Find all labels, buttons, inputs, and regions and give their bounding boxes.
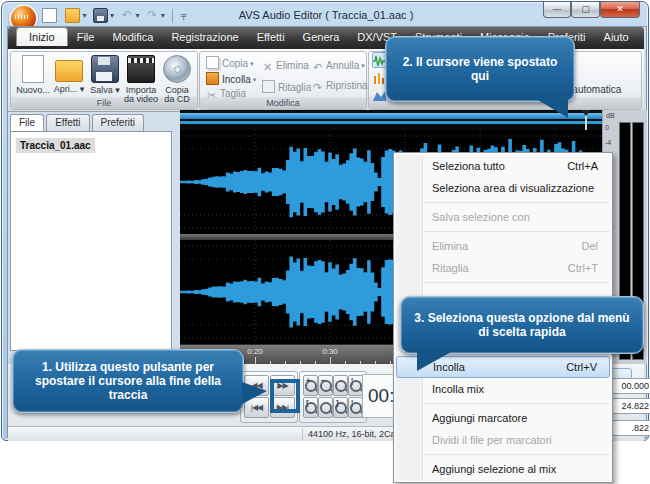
open-folder-icon xyxy=(55,60,83,82)
screenshot-root: ▾ ▾ ↶▾ ↷▾ ╤ AVS Audio Editor ( Traccia_0… xyxy=(0,0,650,484)
db-tick-label: 0 xyxy=(605,124,609,131)
menu-item-seleziona-area-di-visualizzazione[interactable]: Seleziona area di visualizzazione xyxy=(396,177,610,199)
left-panel-tabs: FileEffettiPreferiti xyxy=(10,114,146,131)
ribbon-group-modifica: Modifica Copia ▾Incolla ▾✂Taglia✕Elimina… xyxy=(199,51,367,110)
ribbon-tab-genera[interactable]: Genera xyxy=(294,27,349,46)
zoom-scale-button[interactable] xyxy=(333,375,348,396)
close-button[interactable]: ✕ xyxy=(600,2,640,18)
menu-separator xyxy=(424,202,610,203)
paste-icon xyxy=(206,72,219,85)
zoom-out-small-button[interactable] xyxy=(318,397,333,418)
highlight-square-annotation xyxy=(270,379,300,413)
menu-item-incolla-mix[interactable]: Incolla mix xyxy=(396,378,610,400)
undo-icon: ↶ xyxy=(312,62,323,73)
minimize-button[interactable]: — xyxy=(543,2,571,18)
import-video-icon xyxy=(127,55,155,83)
file-list-panel: Traccia_01.aac xyxy=(10,131,172,351)
dropdown-arrow-icon[interactable]: ▾ xyxy=(248,60,253,67)
menu-separator xyxy=(424,454,610,455)
zoom-selection-button[interactable]: [ xyxy=(303,397,318,418)
menu-shortcut: Del xyxy=(581,235,598,257)
magnifier-mark: ¦ xyxy=(351,377,353,385)
button-label: Salva ▾ xyxy=(87,86,123,95)
apri----button[interactable]: Apri... ▾ xyxy=(51,55,87,94)
menu-item-salva-selezione-con[interactable]: Salva selezione con xyxy=(396,206,610,228)
callout-step3-tail xyxy=(417,352,451,371)
playback-cursor[interactable] xyxy=(585,110,587,130)
zoom-full-button[interactable]: ] xyxy=(333,397,348,418)
overview-wave-strip2 xyxy=(180,121,602,124)
incolla-button[interactable]: Incolla ▾ xyxy=(206,72,256,87)
ruler-label: 0:20 xyxy=(247,347,263,356)
zoom-out-button[interactable]: − xyxy=(318,375,333,396)
menu-separator xyxy=(424,231,610,232)
zoom-vertical-button[interactable]: ¦ xyxy=(348,397,363,418)
menu-item-seleziona-tutto[interactable]: Seleziona tuttoCtrl+A xyxy=(396,155,610,177)
menu-item-ritaglia[interactable]: RitagliaCtrl+T xyxy=(396,257,610,279)
menu-item-dividi-il-file-per-marcatori[interactable]: Dividi il file per marcatori xyxy=(396,429,610,451)
db-tick-label: -4 xyxy=(605,139,611,146)
copy-cd-icon xyxy=(163,55,191,83)
window-controls: —▢✕ xyxy=(543,2,640,19)
ribbon-tab-registrazione[interactable]: Registrazione xyxy=(162,27,247,46)
redo-icon: ↷ xyxy=(312,82,323,93)
menu-item-aggiungi-marcatore[interactable]: Aggiungi marcatore xyxy=(396,407,610,429)
file-list-item[interactable]: Traccia_01.aac xyxy=(16,138,95,153)
ripristina-button[interactable]: ↷Ripristina ▾ xyxy=(312,80,373,95)
zoom-horizontal-button[interactable]: ¦ xyxy=(348,375,363,396)
copia-da-cd-button[interactable]: Copia da CD xyxy=(159,55,195,104)
copy-icon xyxy=(206,56,219,69)
callout-step2-tail xyxy=(538,100,568,118)
ribbon-tab-aiuto[interactable]: Aiuto xyxy=(595,27,638,46)
salva-button[interactable]: Salva ▾ xyxy=(87,55,123,95)
menu-item-elimina[interactable]: EliminaDel xyxy=(396,235,610,257)
menu-item-aggiungi-selezione-al-mix[interactable]: Aggiungi selezione al mix xyxy=(396,458,610,480)
importa-da-video-button[interactable]: Importa da video xyxy=(123,55,159,104)
menu-shortcut: Ctrl+A xyxy=(567,155,598,177)
magnifier-mark: [ xyxy=(306,399,309,407)
magnifier-icon xyxy=(335,380,347,392)
ribbon-tab-inizio[interactable]: Inizio xyxy=(16,27,68,46)
ribbon-tab-modifica[interactable]: Modifica xyxy=(103,27,162,46)
taglia-button[interactable]: ✂Taglia xyxy=(206,88,246,103)
audio-format-status: 44100 Hz, 16-bit, 2Canali xyxy=(308,429,404,439)
nuovo----button[interactable]: Nuovo... xyxy=(15,55,51,95)
ruler-label: 0:30 xyxy=(322,347,338,356)
menu-separator xyxy=(424,403,610,404)
dropdown-arrow-icon[interactable]: ▾ xyxy=(251,76,256,83)
button-label: Importa da video xyxy=(123,86,159,104)
trim-icon xyxy=(262,80,275,93)
callout-step1-tail xyxy=(242,382,267,404)
ribbon-tab-effetti[interactable]: Effetti xyxy=(248,27,294,46)
callout-step1-text: 1. Utilizza questo pulsante per spostare… xyxy=(23,360,233,402)
magnifier-mark: + xyxy=(306,377,311,385)
button-label: Apri... ▾ xyxy=(51,85,87,94)
new-document-icon xyxy=(22,55,44,83)
db-scale-label: dB xyxy=(606,112,615,119)
menu-shortcut: Ctrl+V xyxy=(566,357,597,377)
magnifier-mark: ¦ xyxy=(351,399,353,407)
panel-tab-preferiti[interactable]: Preferiti xyxy=(92,114,144,131)
callout-step3: 3. Seleziona questa opzione dal menù di … xyxy=(400,296,644,354)
maximize-button[interactable]: ▢ xyxy=(571,2,600,18)
elimina-button[interactable]: ✕Elimina xyxy=(262,60,309,75)
menu-separator xyxy=(424,282,610,283)
magnifier-mark: − xyxy=(321,377,326,385)
annulla-button[interactable]: ↶Annulla ▾ xyxy=(312,60,365,75)
ribbon-tab-file[interactable]: File xyxy=(68,27,104,46)
magnifier-icon xyxy=(320,402,332,414)
ritaglia-button[interactable]: Ritaglia xyxy=(262,80,311,95)
status-separator xyxy=(302,428,303,440)
panel-tab-file[interactable]: File xyxy=(10,114,44,131)
button-label: Copia da CD xyxy=(159,86,195,104)
button-label: Nuovo... xyxy=(15,86,51,95)
menu-shortcut: Ctrl+T xyxy=(568,257,598,279)
save-floppy-icon xyxy=(91,55,119,83)
panel-tab-effetti[interactable]: Effetti xyxy=(46,114,89,131)
dropdown-arrow-icon[interactable]: ▾ xyxy=(359,62,364,69)
magnifier-mark: ] xyxy=(336,399,339,407)
zoom-in-button[interactable]: + xyxy=(303,375,318,396)
ribbon-group-file: File Nuovo...Apri... ▾Salva ▾Importa da … xyxy=(10,51,198,110)
copia-button[interactable]: Copia ▾ xyxy=(206,56,254,71)
delete-icon: ✕ xyxy=(262,62,273,73)
